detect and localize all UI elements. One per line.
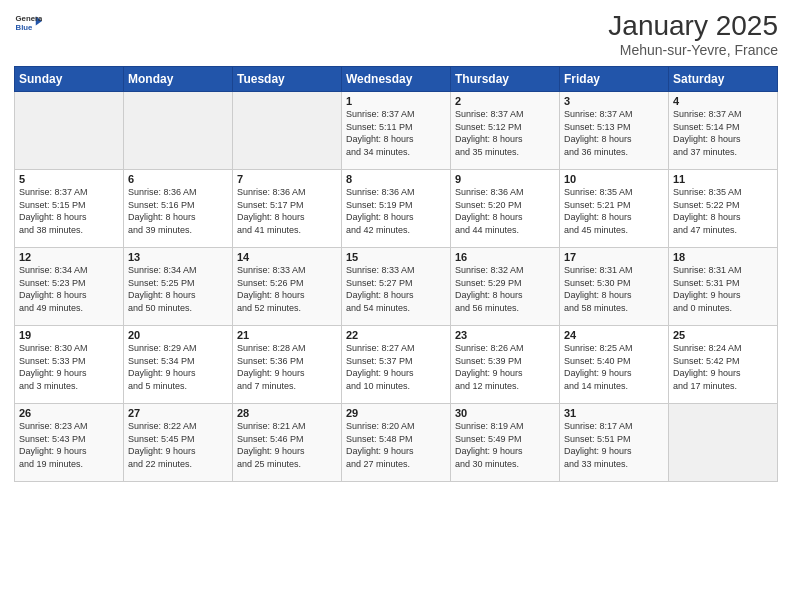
day-number: 20 — [128, 329, 228, 341]
day-number: 8 — [346, 173, 446, 185]
day-number: 31 — [564, 407, 664, 419]
day-info: Sunrise: 8:34 AM Sunset: 5:25 PM Dayligh… — [128, 264, 228, 314]
calendar-cell: 12Sunrise: 8:34 AM Sunset: 5:23 PM Dayli… — [15, 248, 124, 326]
calendar-cell — [15, 92, 124, 170]
day-number: 21 — [237, 329, 337, 341]
calendar-week-4: 19Sunrise: 8:30 AM Sunset: 5:33 PM Dayli… — [15, 326, 778, 404]
day-number: 4 — [673, 95, 773, 107]
calendar-cell: 15Sunrise: 8:33 AM Sunset: 5:27 PM Dayli… — [342, 248, 451, 326]
calendar-cell: 14Sunrise: 8:33 AM Sunset: 5:26 PM Dayli… — [233, 248, 342, 326]
day-number: 2 — [455, 95, 555, 107]
day-info: Sunrise: 8:33 AM Sunset: 5:26 PM Dayligh… — [237, 264, 337, 314]
day-number: 3 — [564, 95, 664, 107]
day-number: 10 — [564, 173, 664, 185]
calendar-cell: 6Sunrise: 8:36 AM Sunset: 5:16 PM Daylig… — [124, 170, 233, 248]
day-number: 22 — [346, 329, 446, 341]
day-info: Sunrise: 8:19 AM Sunset: 5:49 PM Dayligh… — [455, 420, 555, 470]
month-title: January 2025 — [608, 10, 778, 42]
calendar-cell: 2Sunrise: 8:37 AM Sunset: 5:12 PM Daylig… — [451, 92, 560, 170]
location: Mehun-sur-Yevre, France — [608, 42, 778, 58]
day-info: Sunrise: 8:25 AM Sunset: 5:40 PM Dayligh… — [564, 342, 664, 392]
calendar-week-2: 5Sunrise: 8:37 AM Sunset: 5:15 PM Daylig… — [15, 170, 778, 248]
calendar-cell — [124, 92, 233, 170]
calendar-cell: 8Sunrise: 8:36 AM Sunset: 5:19 PM Daylig… — [342, 170, 451, 248]
day-info: Sunrise: 8:33 AM Sunset: 5:27 PM Dayligh… — [346, 264, 446, 314]
svg-text:General: General — [16, 14, 42, 23]
day-number: 12 — [19, 251, 119, 263]
header-friday: Friday — [560, 67, 669, 92]
calendar-cell: 29Sunrise: 8:20 AM Sunset: 5:48 PM Dayli… — [342, 404, 451, 482]
calendar-week-5: 26Sunrise: 8:23 AM Sunset: 5:43 PM Dayli… — [15, 404, 778, 482]
calendar-cell: 27Sunrise: 8:22 AM Sunset: 5:45 PM Dayli… — [124, 404, 233, 482]
day-number: 13 — [128, 251, 228, 263]
calendar-cell: 16Sunrise: 8:32 AM Sunset: 5:29 PM Dayli… — [451, 248, 560, 326]
day-info: Sunrise: 8:28 AM Sunset: 5:36 PM Dayligh… — [237, 342, 337, 392]
day-info: Sunrise: 8:30 AM Sunset: 5:33 PM Dayligh… — [19, 342, 119, 392]
day-info: Sunrise: 8:37 AM Sunset: 5:13 PM Dayligh… — [564, 108, 664, 158]
day-info: Sunrise: 8:37 AM Sunset: 5:11 PM Dayligh… — [346, 108, 446, 158]
day-number: 29 — [346, 407, 446, 419]
calendar-cell: 18Sunrise: 8:31 AM Sunset: 5:31 PM Dayli… — [669, 248, 778, 326]
calendar-cell: 21Sunrise: 8:28 AM Sunset: 5:36 PM Dayli… — [233, 326, 342, 404]
calendar-cell: 30Sunrise: 8:19 AM Sunset: 5:49 PM Dayli… — [451, 404, 560, 482]
day-number: 24 — [564, 329, 664, 341]
day-info: Sunrise: 8:36 AM Sunset: 5:16 PM Dayligh… — [128, 186, 228, 236]
page-container: General Blue January 2025 Mehun-sur-Yevr… — [0, 0, 792, 488]
calendar-week-3: 12Sunrise: 8:34 AM Sunset: 5:23 PM Dayli… — [15, 248, 778, 326]
day-number: 17 — [564, 251, 664, 263]
day-number: 16 — [455, 251, 555, 263]
day-info: Sunrise: 8:35 AM Sunset: 5:22 PM Dayligh… — [673, 186, 773, 236]
calendar-cell: 3Sunrise: 8:37 AM Sunset: 5:13 PM Daylig… — [560, 92, 669, 170]
calendar-cell: 7Sunrise: 8:36 AM Sunset: 5:17 PM Daylig… — [233, 170, 342, 248]
day-number: 23 — [455, 329, 555, 341]
calendar-table: Sunday Monday Tuesday Wednesday Thursday… — [14, 66, 778, 482]
day-info: Sunrise: 8:23 AM Sunset: 5:43 PM Dayligh… — [19, 420, 119, 470]
days-header-row: Sunday Monday Tuesday Wednesday Thursday… — [15, 67, 778, 92]
day-info: Sunrise: 8:20 AM Sunset: 5:48 PM Dayligh… — [346, 420, 446, 470]
day-number: 25 — [673, 329, 773, 341]
day-info: Sunrise: 8:29 AM Sunset: 5:34 PM Dayligh… — [128, 342, 228, 392]
calendar-body: 1Sunrise: 8:37 AM Sunset: 5:11 PM Daylig… — [15, 92, 778, 482]
header-saturday: Saturday — [669, 67, 778, 92]
day-number: 6 — [128, 173, 228, 185]
calendar-cell: 19Sunrise: 8:30 AM Sunset: 5:33 PM Dayli… — [15, 326, 124, 404]
day-info: Sunrise: 8:22 AM Sunset: 5:45 PM Dayligh… — [128, 420, 228, 470]
calendar-cell: 24Sunrise: 8:25 AM Sunset: 5:40 PM Dayli… — [560, 326, 669, 404]
day-info: Sunrise: 8:26 AM Sunset: 5:39 PM Dayligh… — [455, 342, 555, 392]
day-number: 18 — [673, 251, 773, 263]
logo-icon: General Blue — [14, 10, 42, 38]
calendar-cell: 31Sunrise: 8:17 AM Sunset: 5:51 PM Dayli… — [560, 404, 669, 482]
day-info: Sunrise: 8:35 AM Sunset: 5:21 PM Dayligh… — [564, 186, 664, 236]
calendar-cell: 28Sunrise: 8:21 AM Sunset: 5:46 PM Dayli… — [233, 404, 342, 482]
day-number: 11 — [673, 173, 773, 185]
day-number: 9 — [455, 173, 555, 185]
calendar-cell: 13Sunrise: 8:34 AM Sunset: 5:25 PM Dayli… — [124, 248, 233, 326]
calendar-cell: 23Sunrise: 8:26 AM Sunset: 5:39 PM Dayli… — [451, 326, 560, 404]
calendar-cell: 4Sunrise: 8:37 AM Sunset: 5:14 PM Daylig… — [669, 92, 778, 170]
day-number: 28 — [237, 407, 337, 419]
svg-text:Blue: Blue — [16, 23, 34, 32]
day-info: Sunrise: 8:32 AM Sunset: 5:29 PM Dayligh… — [455, 264, 555, 314]
day-info: Sunrise: 8:37 AM Sunset: 5:15 PM Dayligh… — [19, 186, 119, 236]
day-info: Sunrise: 8:31 AM Sunset: 5:30 PM Dayligh… — [564, 264, 664, 314]
calendar-cell: 11Sunrise: 8:35 AM Sunset: 5:22 PM Dayli… — [669, 170, 778, 248]
calendar-cell: 9Sunrise: 8:36 AM Sunset: 5:20 PM Daylig… — [451, 170, 560, 248]
day-info: Sunrise: 8:24 AM Sunset: 5:42 PM Dayligh… — [673, 342, 773, 392]
calendar-cell: 26Sunrise: 8:23 AM Sunset: 5:43 PM Dayli… — [15, 404, 124, 482]
header-sunday: Sunday — [15, 67, 124, 92]
day-info: Sunrise: 8:31 AM Sunset: 5:31 PM Dayligh… — [673, 264, 773, 314]
day-info: Sunrise: 8:37 AM Sunset: 5:14 PM Dayligh… — [673, 108, 773, 158]
day-info: Sunrise: 8:36 AM Sunset: 5:20 PM Dayligh… — [455, 186, 555, 236]
day-info: Sunrise: 8:37 AM Sunset: 5:12 PM Dayligh… — [455, 108, 555, 158]
calendar-cell: 17Sunrise: 8:31 AM Sunset: 5:30 PM Dayli… — [560, 248, 669, 326]
day-number: 15 — [346, 251, 446, 263]
day-number: 30 — [455, 407, 555, 419]
header-wednesday: Wednesday — [342, 67, 451, 92]
calendar-cell: 22Sunrise: 8:27 AM Sunset: 5:37 PM Dayli… — [342, 326, 451, 404]
title-block: January 2025 Mehun-sur-Yevre, France — [608, 10, 778, 58]
day-number: 14 — [237, 251, 337, 263]
calendar-cell — [233, 92, 342, 170]
header: General Blue January 2025 Mehun-sur-Yevr… — [14, 10, 778, 58]
day-number: 26 — [19, 407, 119, 419]
day-number: 1 — [346, 95, 446, 107]
